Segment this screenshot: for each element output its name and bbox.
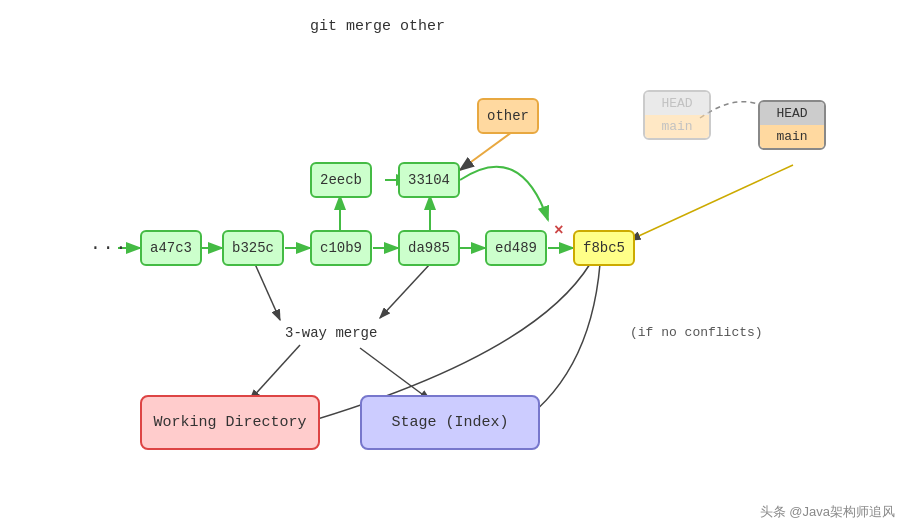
head-solid-top: HEAD <box>760 102 824 125</box>
node-33104: 33104 <box>398 162 460 198</box>
working-directory-box: Working Directory <box>140 395 320 450</box>
svg-line-16 <box>360 348 430 400</box>
head-main-solid: HEAD main <box>758 100 826 150</box>
node-c10b9: c10b9 <box>310 230 372 266</box>
svg-line-17 <box>630 165 793 240</box>
head-main-faded: HEAD main <box>643 90 711 140</box>
if-no-conflicts-label: (if no conflicts) <box>630 325 763 340</box>
svg-line-13 <box>255 264 280 320</box>
main-faded-bottom: main <box>645 115 709 138</box>
node-2eecb: 2eecb <box>310 162 372 198</box>
three-way-label: 3-way merge <box>285 325 377 341</box>
x-mark: × <box>554 222 564 240</box>
node-other: other <box>477 98 539 134</box>
diagram-canvas: git merge other ··· a47c3 b325c c10b9 da… <box>0 0 907 529</box>
command-label: git merge other <box>310 18 445 35</box>
main-solid-bottom: main <box>760 125 824 148</box>
svg-line-14 <box>380 264 430 318</box>
svg-line-12 <box>460 132 512 170</box>
node-da985: da985 <box>398 230 460 266</box>
head-faded-top: HEAD <box>645 92 709 115</box>
node-f8bc5: f8bc5 <box>573 230 635 266</box>
node-a47c3: a47c3 <box>140 230 202 266</box>
dots-label: ··· <box>90 238 128 258</box>
node-ed489: ed489 <box>485 230 547 266</box>
node-b325c: b325c <box>222 230 284 266</box>
svg-line-15 <box>250 345 300 400</box>
watermark: 头条 @Java架构师追风 <box>760 503 895 521</box>
stage-index-box: Stage (Index) <box>360 395 540 450</box>
